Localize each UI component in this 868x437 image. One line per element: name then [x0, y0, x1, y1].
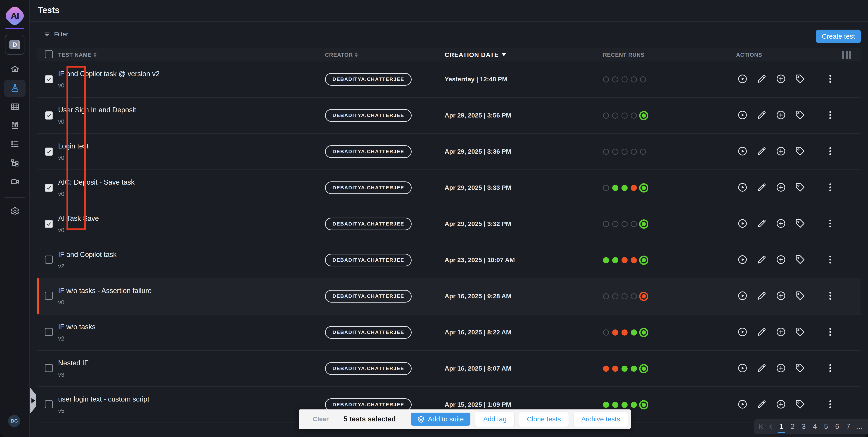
run-status-dot-empty[interactable]: [612, 293, 618, 299]
edit-pencil-button[interactable]: [756, 219, 767, 229]
run-status-dot-empty[interactable]: [631, 76, 637, 82]
row-checkbox[interactable]: [45, 256, 53, 264]
tag-button[interactable]: [795, 74, 805, 85]
test-name-link[interactable]: Login test: [58, 142, 325, 150]
edit-pencil-button[interactable]: [756, 291, 767, 301]
run-play-button[interactable]: [737, 400, 748, 410]
edit-pencil-button[interactable]: [756, 74, 767, 85]
run-status-dot-pass[interactable]: [612, 257, 618, 263]
kebab-menu-button[interactable]: [825, 400, 835, 410]
run-status-dot-pass[interactable]: [621, 366, 628, 372]
pagination-page-1[interactable]: 1: [778, 423, 785, 431]
run-status-dot-fail[interactable]: [631, 257, 637, 263]
edit-pencil-button[interactable]: [756, 182, 767, 193]
run-status-dot-empty[interactable]: [612, 76, 618, 82]
run-status-dot-fail[interactable]: [603, 366, 609, 372]
run-status-dot-empty[interactable]: [603, 293, 609, 299]
run-play-button[interactable]: [737, 219, 748, 229]
run-status-dot-pass[interactable]: [612, 402, 618, 408]
add-to-suite-button[interactable]: Add to suite: [411, 413, 470, 426]
run-status-dot-empty[interactable]: [603, 185, 609, 191]
pagination-page-4[interactable]: 4: [811, 423, 819, 431]
run-status-dot-pass[interactable]: [612, 185, 618, 191]
kebab-menu-button[interactable]: [825, 74, 835, 85]
tag-button[interactable]: [795, 327, 805, 338]
app-logo[interactable]: AI: [5, 6, 24, 25]
archive-tests-button[interactable]: Archive tests: [574, 412, 628, 427]
pagination-page-6[interactable]: 6: [833, 423, 841, 431]
run-status-dot-empty[interactable]: [612, 221, 618, 227]
pagination-page-7[interactable]: 7: [844, 423, 852, 431]
run-play-button[interactable]: [737, 291, 748, 301]
workspace-switcher[interactable]: D: [5, 35, 24, 55]
add-plus-button[interactable]: [776, 219, 786, 229]
run-status-dot-empty[interactable]: [603, 330, 609, 336]
pagination-page-3[interactable]: 3: [800, 423, 808, 431]
edit-pencil-button[interactable]: [756, 363, 767, 374]
sidebar-item-grid-results[interactable]: [4, 99, 26, 116]
run-status-dot-empty[interactable]: [612, 149, 618, 155]
run-status-dot-empty[interactable]: [621, 149, 628, 155]
run-status-dot-fail-ring[interactable]: [639, 292, 648, 301]
kebab-menu-button[interactable]: [825, 291, 835, 301]
run-status-dot-empty[interactable]: [603, 221, 609, 227]
add-plus-button[interactable]: [776, 110, 786, 121]
run-status-dot-pass[interactable]: [621, 185, 628, 191]
add-plus-button[interactable]: [776, 182, 786, 193]
edit-pencil-button[interactable]: [756, 255, 767, 265]
run-status-dot-pass-ring[interactable]: [639, 220, 648, 229]
edit-pencil-button[interactable]: [756, 146, 767, 157]
edit-pencil-button[interactable]: [756, 327, 767, 338]
column-creation-date[interactable]: CREATION DATE: [445, 51, 506, 59]
row-checkbox[interactable]: [45, 364, 53, 372]
add-plus-button[interactable]: [776, 74, 786, 85]
edit-pencil-button[interactable]: [756, 110, 767, 121]
column-creator[interactable]: CREATOR: [325, 52, 358, 58]
run-status-dot-pass[interactable]: [621, 402, 628, 408]
run-status-dot-fail[interactable]: [621, 257, 628, 263]
row-checkbox[interactable]: [45, 75, 53, 83]
add-tag-button[interactable]: Add tag: [475, 412, 514, 427]
pagination-prev-button[interactable]: [768, 423, 774, 430]
run-status-dot-pass-ring[interactable]: [639, 111, 648, 120]
run-status-dot-empty[interactable]: [612, 112, 618, 119]
column-test-name[interactable]: TEST NAME: [58, 52, 97, 58]
row-checkbox[interactable]: [45, 400, 53, 408]
run-status-dot-empty[interactable]: [603, 112, 609, 119]
row-checkbox[interactable]: [45, 111, 53, 120]
run-status-dot-fail[interactable]: [621, 330, 628, 336]
run-status-dot-empty[interactable]: [640, 76, 646, 82]
run-status-dot-empty[interactable]: [603, 149, 609, 155]
sidebar-item-flow-tree[interactable]: [4, 155, 26, 172]
select-all-checkbox[interactable]: [45, 50, 53, 58]
filter-button[interactable]: Filter: [44, 31, 68, 38]
kebab-menu-button[interactable]: [825, 110, 835, 121]
run-status-dot-pass-ring[interactable]: [639, 256, 648, 265]
run-play-button[interactable]: [737, 110, 748, 121]
test-name-link[interactable]: User Sign In and Deposit: [58, 106, 325, 114]
run-status-dot-empty[interactable]: [603, 76, 609, 82]
test-name-link[interactable]: IF and Copilot task: [58, 250, 325, 259]
run-status-dot-empty[interactable]: [640, 149, 646, 155]
run-status-dot-pass-ring[interactable]: [639, 183, 648, 193]
add-plus-button[interactable]: [776, 255, 786, 265]
tag-button[interactable]: [795, 291, 805, 301]
run-status-dot-fail[interactable]: [631, 185, 637, 191]
run-status-dot-fail[interactable]: [612, 330, 618, 336]
run-status-dot-pass-ring[interactable]: [639, 328, 648, 337]
test-name-link[interactable]: IF w/o tasks: [58, 323, 325, 331]
sidebar-item-suites[interactable]: [4, 117, 26, 134]
kebab-menu-button[interactable]: [825, 219, 835, 229]
clear-selection-button[interactable]: Clear: [313, 415, 329, 423]
run-status-dot-pass[interactable]: [631, 402, 637, 408]
row-checkbox[interactable]: [45, 220, 53, 228]
sidebar-item-list-plans[interactable]: [4, 136, 26, 153]
add-plus-button[interactable]: [776, 146, 786, 157]
pagination-next-button[interactable]: [866, 423, 868, 430]
run-status-dot-pass-ring[interactable]: [639, 400, 648, 409]
run-status-dot-empty[interactable]: [621, 221, 628, 227]
run-status-dot-empty[interactable]: [621, 112, 628, 119]
run-status-dot-empty[interactable]: [621, 76, 628, 82]
test-name-link[interactable]: AIC: Deposit - Save task: [58, 178, 325, 187]
kebab-menu-button[interactable]: [825, 146, 835, 157]
